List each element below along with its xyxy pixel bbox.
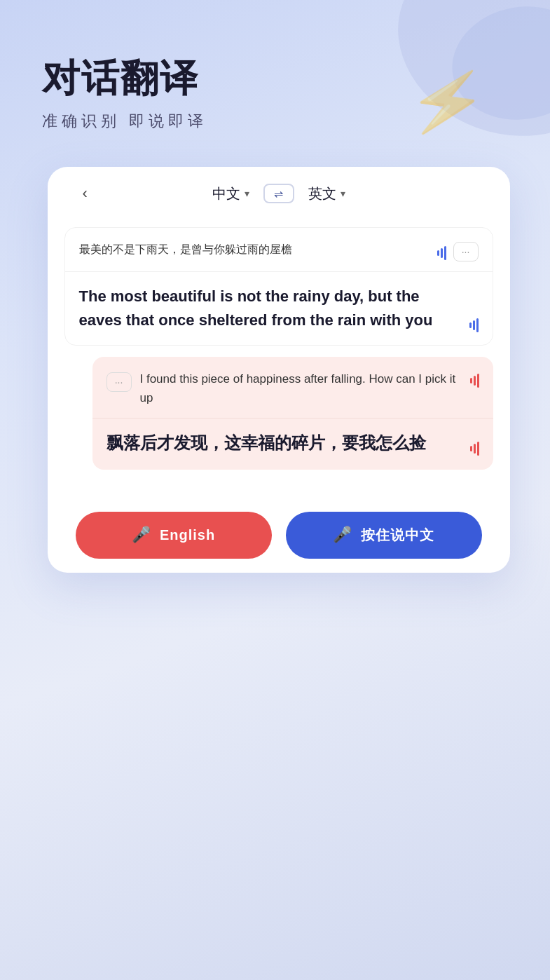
hero-header: 对话翻译 准确识别 即说即译	[42, 56, 515, 132]
msg2-translation-row: 飘落后才发现，这幸福的碎片，要我怎么捡	[92, 418, 493, 470]
main-card: ‹ 中文 ▾ ⇌ 英文 ▾ 最美的不是下雨天，是曾与你	[48, 167, 510, 573]
chinese-speak-button[interactable]: 🎤 按住说中文	[286, 512, 482, 559]
english-speak-button[interactable]: 🎤 English	[76, 512, 272, 559]
msg2-translation-sound-button[interactable]	[470, 439, 479, 456]
msg2-more-icon: ···	[115, 376, 123, 388]
lang-left-arrow: ▾	[245, 188, 249, 199]
lang-left-label: 中文	[212, 184, 240, 203]
english-button-label: English	[160, 527, 215, 543]
msg1-translation-row: The most beautiful is not the rainy day,…	[65, 272, 493, 345]
chinese-mic-icon: 🎤	[333, 526, 352, 544]
back-button[interactable]: ‹	[83, 184, 88, 203]
page-title: 对话翻译	[42, 56, 515, 100]
bottom-buttons-area: 🎤 English 🎤 按住说中文	[48, 491, 510, 573]
swap-icon: ⇌	[274, 187, 283, 200]
msg2-more-button[interactable]: ···	[106, 372, 132, 392]
message-block-1: 最美的不是下雨天，是曾与你躲过雨的屋檐 ···	[64, 227, 493, 346]
msg2-original-text: I found this piece of happiness after fa…	[140, 369, 462, 407]
msg2-translation-text: 飘落后才发现，这幸福的碎片，要我怎么捡	[106, 430, 462, 456]
msg1-more-icon: ···	[462, 246, 470, 257]
swap-languages-button[interactable]: ⇌	[263, 184, 294, 203]
messages-area: 最美的不是下雨天，是曾与你躲过雨的屋檐 ···	[48, 220, 510, 491]
msg1-original-row: 最美的不是下雨天，是曾与你躲过雨的屋檐 ···	[65, 228, 493, 272]
lang-right-selector[interactable]: 英文 ▾	[308, 184, 345, 203]
english-mic-icon: 🎤	[132, 526, 151, 544]
chinese-button-label: 按住说中文	[361, 526, 434, 545]
msg1-translation-text: The most beautiful is not the rainy day,…	[79, 285, 461, 332]
page-subtitle: 准确识别 即说即译	[42, 111, 515, 132]
msg2-original-row: ··· I found this piece of happiness afte…	[92, 357, 493, 418]
lang-left-selector[interactable]: 中文 ▾	[212, 184, 249, 203]
msg1-translation-sound-button[interactable]	[469, 315, 479, 332]
msg1-original-text: 最美的不是下雨天，是曾与你躲过雨的屋檐	[79, 240, 429, 259]
lang-right-arrow: ▾	[341, 188, 345, 199]
card-header: ‹ 中文 ▾ ⇌ 英文 ▾	[48, 167, 510, 220]
msg1-sound-button[interactable]	[437, 243, 446, 260]
lang-right-label: 英文	[308, 184, 336, 203]
message-block-2: ··· I found this piece of happiness afte…	[92, 357, 493, 470]
msg2-original-sound-button[interactable]	[470, 371, 479, 388]
msg1-more-button[interactable]: ···	[453, 242, 479, 261]
